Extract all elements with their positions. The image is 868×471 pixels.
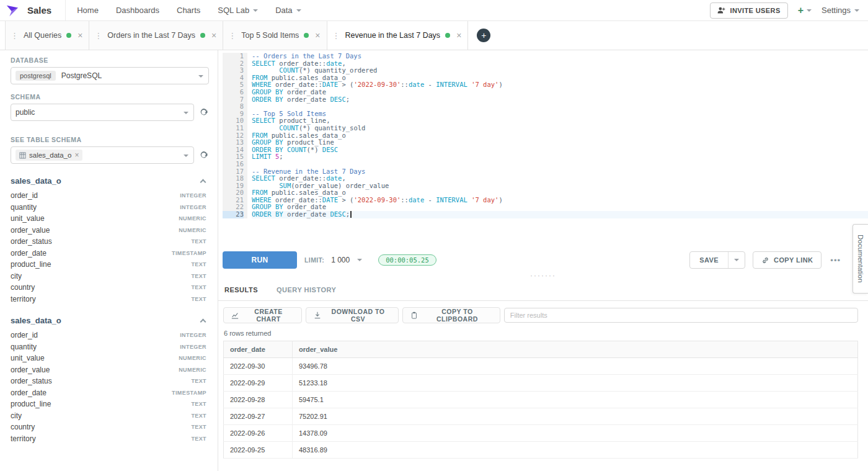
nav-item-charts[interactable]: Charts: [168, 0, 209, 20]
database-row: postgresql PostgreSQL: [11, 67, 209, 84]
query-tab-all-queries[interactable]: ⋮All Queries×: [5, 21, 89, 50]
column-name: order_date: [11, 249, 46, 258]
copy-clipboard-label: COPY TO CLIPBOARD: [422, 308, 492, 323]
nav-item-sql-lab[interactable]: SQL Lab: [209, 0, 267, 20]
close-tab-icon[interactable]: ×: [76, 30, 82, 40]
save-options-button[interactable]: [728, 252, 745, 268]
settings-menu[interactable]: Settings: [822, 6, 859, 15]
nav-item-home[interactable]: Home: [68, 0, 107, 20]
copy-link-button[interactable]: COPY LINK: [753, 251, 822, 269]
sql-editor[interactable]: 1234567891011121314151617181920212223 --…: [223, 50, 868, 248]
nav-item-dashboards[interactable]: Dashboards: [107, 0, 168, 20]
column-row: quantityINTEGER: [11, 341, 209, 353]
table-panel-header[interactable]: sales_data_o: [11, 315, 209, 330]
column-row: unit_valueNUMERIC: [11, 213, 209, 225]
brand-title[interactable]: Sales: [27, 5, 65, 16]
refresh-schema-icon[interactable]: [198, 107, 209, 118]
documentation-label: Documentation: [857, 235, 864, 282]
results-tabbar: RESULTS QUERY HISTORY: [218, 279, 868, 301]
column-type: TEXT: [191, 378, 206, 384]
tab-results[interactable]: RESULTS: [224, 286, 259, 300]
nav-item-data[interactable]: Data: [267, 0, 309, 20]
new-item-button[interactable]: +: [798, 5, 812, 16]
app-logo-icon[interactable]: [5, 3, 21, 18]
query-status-icon: [200, 33, 205, 38]
column-row: order_idINTEGER: [11, 190, 209, 202]
save-button[interactable]: SAVE: [690, 252, 728, 268]
database-select[interactable]: postgresql PostgreSQL: [11, 67, 209, 84]
remove-table-icon[interactable]: ×: [74, 151, 79, 159]
table-select[interactable]: sales_data_o ×: [11, 146, 194, 164]
column-name: product_line: [11, 260, 51, 269]
query-tab-revenue-in-the-last-7-days[interactable]: ⋮Revenue in the Last 7 Days×: [327, 21, 469, 50]
collapse-icon[interactable]: [200, 179, 206, 185]
run-button[interactable]: RUN: [223, 251, 297, 269]
column-row: quantityINTEGER: [11, 202, 209, 213]
query-tab-label: All Queries: [24, 31, 61, 40]
column-type: INTEGER: [180, 332, 206, 338]
column-type: NUMERIC: [179, 367, 206, 373]
pane-resize-handle[interactable]: ·······: [218, 272, 868, 279]
results-column-header[interactable]: order_date: [224, 341, 293, 358]
more-options-button[interactable]: •••: [829, 256, 842, 265]
gutter-line-number: 1: [223, 53, 244, 60]
column-row: order_dateTIMESTAMP: [11, 248, 209, 259]
query-tab-label: Top 5 Sold Items: [241, 31, 299, 40]
query-tab-label: Revenue in the Last 7 Days: [345, 31, 441, 40]
table-cell: 93496.78: [293, 358, 858, 375]
settings-label: Settings: [822, 6, 851, 15]
copy-clipboard-button[interactable]: COPY TO CLIPBOARD: [402, 307, 500, 323]
chevron-down-icon: [734, 259, 739, 261]
code-line: ORDER BY order_date DESC;: [252, 211, 868, 218]
table-row[interactable]: 2022-09-2951233.18: [224, 375, 858, 392]
collapse-icon[interactable]: [200, 318, 206, 325]
limit-label: LIMIT:: [304, 256, 324, 264]
drag-handle-icon: ⋮: [332, 31, 340, 40]
nav-item-label: Charts: [177, 6, 200, 15]
refresh-table-icon[interactable]: [198, 150, 209, 161]
column-name: order_status: [11, 377, 52, 385]
editor-gutter: 1234567891011121314151617181920212223: [223, 53, 247, 218]
table-row[interactable]: 2022-09-2548316.89: [224, 442, 858, 459]
tab-query-history[interactable]: QUERY HISTORY: [276, 286, 337, 300]
new-tab-button[interactable]: +: [477, 29, 490, 42]
column-name: product_line: [11, 400, 51, 408]
documentation-tab[interactable]: Documentation: [852, 224, 868, 294]
table-panel-header[interactable]: sales_data_o: [11, 175, 209, 190]
table-schema-panel: sales_data_oorder_idINTEGERquantityINTEG…: [11, 175, 209, 305]
create-chart-button[interactable]: CREATE CHART: [223, 307, 302, 323]
chart-icon: [231, 312, 239, 319]
limit-dropdown[interactable]: 1 000: [329, 254, 365, 266]
results-column-header[interactable]: order_value: [293, 341, 858, 358]
database-type-tag: postgresql: [16, 71, 56, 81]
query-tabs-bar: ⋮All Queries×⋮Orders in the Last 7 Days×…: [0, 21, 868, 50]
table-row[interactable]: 2022-09-2775202.91: [224, 408, 858, 425]
table-row[interactable]: 2022-09-2614378.09: [224, 425, 858, 442]
drag-handle-icon: ⋮: [11, 31, 19, 40]
query-tab-label: Orders in the Last 7 Days: [107, 31, 195, 40]
filter-results-input[interactable]: [504, 308, 858, 323]
plus-icon: +: [798, 5, 804, 16]
invite-users-button[interactable]: INVITE USERS: [710, 2, 787, 19]
close-tab-icon[interactable]: ×: [455, 30, 461, 40]
download-csv-label: DOWNLOAD TO CSV: [326, 308, 391, 323]
selected-table-chip: sales_data_o ×: [16, 150, 82, 161]
column-row: product_lineTEXT: [11, 398, 209, 410]
download-csv-button[interactable]: DOWNLOAD TO CSV: [306, 307, 399, 323]
column-row: countryTEXT: [11, 421, 209, 433]
column-type: TEXT: [191, 436, 206, 442]
editor-code[interactable]: -- Orders in the Last 7 DaysSELECT order…: [247, 53, 868, 218]
nav-menu: HomeDashboardsChartsSQL LabData: [68, 0, 309, 20]
table-row[interactable]: 2022-09-3093496.78: [224, 358, 858, 375]
close-tab-icon[interactable]: ×: [210, 30, 216, 40]
schema-select[interactable]: public: [11, 104, 194, 121]
query-tab-top-5-sold-items[interactable]: ⋮Top 5 Sold Items×: [223, 21, 327, 50]
query-tab-orders-in-the-last-7-days[interactable]: ⋮Orders in the Last 7 Days×: [89, 21, 223, 50]
code-line: FROM public.sales_data_o: [252, 132, 868, 140]
column-type: TEXT: [191, 273, 206, 279]
column-name: territory: [11, 434, 36, 443]
close-tab-icon[interactable]: ×: [314, 30, 320, 40]
table-row[interactable]: 2022-09-2859475.1: [224, 392, 858, 408]
code-line: -- Top 5 Sold Items: [252, 110, 868, 118]
column-type: TEXT: [191, 413, 206, 419]
